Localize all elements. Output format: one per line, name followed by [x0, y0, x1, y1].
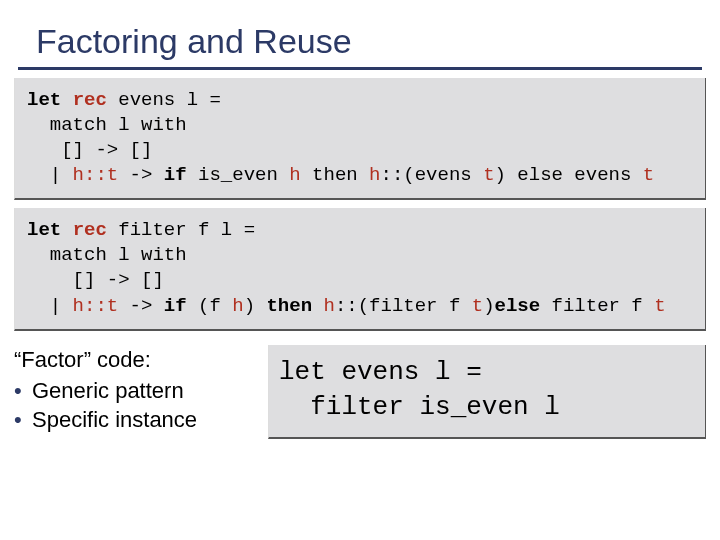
code-block-factored: let evens l = filter is_even l	[268, 345, 706, 439]
code-filter: let rec filter f l = match l with [] -> …	[27, 218, 693, 318]
slide-title: Factoring and Reuse	[0, 0, 720, 67]
slide: Factoring and Reuse let rec evens l = ma…	[0, 0, 720, 540]
bullet-heading: “Factor” code:	[14, 345, 262, 374]
bottom-row: “Factor” code: Generic pattern Specific …	[0, 339, 720, 439]
code-factored: let evens l = filter is_even l	[279, 355, 695, 425]
bullet-2: Specific instance	[14, 405, 262, 434]
code-evens: let rec evens l = match l with [] -> [] …	[27, 88, 693, 188]
bullet-list: Generic pattern Specific instance	[14, 376, 262, 434]
code-block-filter: let rec filter f l = match l with [] -> …	[14, 208, 706, 330]
title-underline	[18, 67, 702, 70]
bullet-1: Generic pattern	[14, 376, 262, 405]
code-block-evens: let rec evens l = match l with [] -> [] …	[14, 78, 706, 200]
bullet-text: “Factor” code: Generic pattern Specific …	[14, 345, 262, 434]
